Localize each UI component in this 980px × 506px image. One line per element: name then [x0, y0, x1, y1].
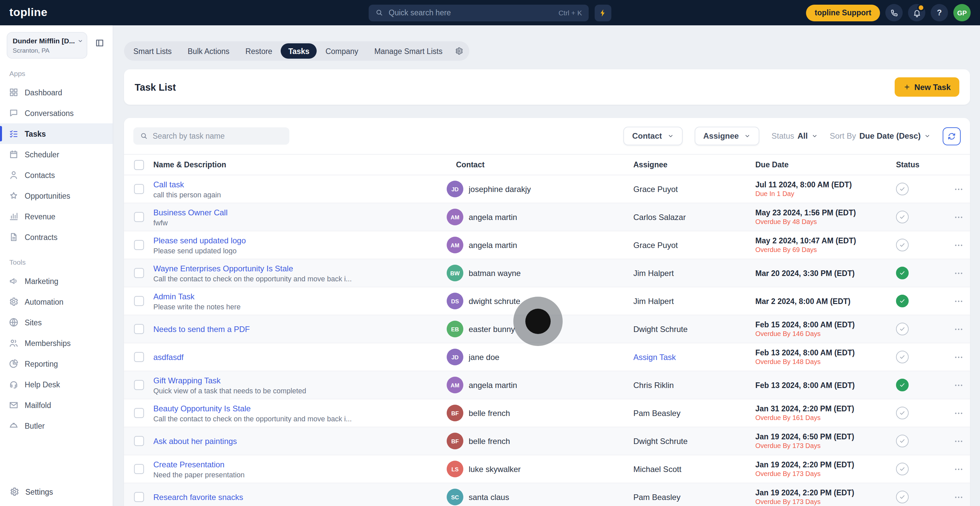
- status-check-button[interactable]: [896, 351, 908, 363]
- row-menu-button[interactable]: [952, 266, 965, 280]
- row-menu-button[interactable]: [952, 182, 965, 196]
- notifications-button[interactable]: [908, 4, 925, 21]
- task-name-link[interactable]: Research favorite snacks: [153, 492, 435, 502]
- dots-icon: [953, 324, 964, 334]
- row-checkbox[interactable]: [134, 268, 144, 278]
- support-button[interactable]: topline Support: [806, 4, 880, 21]
- status-check-button[interactable]: [896, 267, 908, 279]
- tab-smart-lists[interactable]: Smart Lists: [126, 43, 179, 59]
- sort-dropdown[interactable]: Sort By Due Date (Desc): [830, 131, 931, 141]
- row-menu-button[interactable]: [952, 322, 965, 336]
- sidebar-item-opportunities[interactable]: Opportunities: [0, 185, 113, 206]
- sidebar-item-contacts[interactable]: Contacts: [0, 165, 113, 185]
- tab-manage-smart-lists[interactable]: Manage Smart Lists: [367, 43, 450, 59]
- task-name-link[interactable]: Admin Task: [153, 292, 435, 301]
- task-name-link[interactable]: Needs to send them a PDF: [153, 324, 435, 334]
- row-checkbox[interactable]: [134, 296, 144, 306]
- sidebar-item-settings[interactable]: Settings: [0, 480, 113, 506]
- tab-settings-button[interactable]: [451, 43, 467, 59]
- panel-icon: [94, 38, 104, 48]
- sidebar-item-dashboard[interactable]: Dashboard: [0, 82, 113, 103]
- row-menu-button[interactable]: [952, 210, 965, 224]
- row-checkbox[interactable]: [134, 324, 144, 334]
- contact-filter-dropdown[interactable]: Contact: [623, 127, 682, 145]
- task-name-link[interactable]: Business Owner Call: [153, 208, 435, 217]
- quick-actions-button[interactable]: [595, 4, 611, 21]
- assignee-filter-dropdown[interactable]: Assignee: [695, 127, 760, 145]
- row-menu-button[interactable]: [952, 378, 965, 391]
- row-checkbox[interactable]: [134, 240, 144, 250]
- settings-gear-icon: [10, 487, 19, 496]
- row-menu-button[interactable]: [952, 462, 965, 476]
- global-search-input[interactable]: Quick search here Ctrl + K: [369, 4, 589, 21]
- sidebar-item-scheduler[interactable]: Scheduler: [0, 144, 113, 165]
- status-check-button[interactable]: [896, 407, 908, 419]
- row-menu-button[interactable]: [952, 350, 965, 364]
- status-check-button[interactable]: [896, 435, 908, 447]
- tab-tasks[interactable]: Tasks: [281, 43, 317, 59]
- tab-restore[interactable]: Restore: [238, 43, 280, 59]
- row-checkbox[interactable]: [134, 184, 144, 194]
- row-menu-button[interactable]: [952, 434, 965, 448]
- row-checkbox[interactable]: [134, 436, 144, 446]
- user-avatar[interactable]: GP: [953, 4, 970, 21]
- row-checkbox[interactable]: [134, 492, 144, 502]
- status-check-button[interactable]: [896, 211, 908, 223]
- status-check-button[interactable]: [896, 463, 908, 475]
- contact-name: easter bunny: [469, 324, 515, 334]
- sidebar-item-conversations[interactable]: Conversations: [0, 103, 113, 123]
- new-task-button[interactable]: New Task: [894, 77, 959, 97]
- task-name-link[interactable]: Create Presentation: [153, 460, 435, 469]
- tasks-icon: [9, 129, 19, 138]
- status-check-button[interactable]: [896, 379, 908, 391]
- row-menu-button[interactable]: [952, 294, 965, 308]
- sidebar-item-contracts[interactable]: Contracts: [0, 227, 113, 247]
- status-filter-dropdown[interactable]: Status All: [772, 131, 818, 141]
- sidebar-item-reporting[interactable]: Reporting: [0, 353, 113, 374]
- table-row: asdfasdf JD jane doe Assign Task Feb 13 …: [124, 343, 970, 371]
- row-checkbox[interactable]: [134, 212, 144, 222]
- task-name-link[interactable]: Please send updated logo: [153, 235, 435, 245]
- status-check-button[interactable]: [896, 295, 908, 307]
- task-name-link[interactable]: Call task: [153, 180, 435, 189]
- row-checkbox[interactable]: [134, 464, 144, 474]
- sidebar-item-marketing[interactable]: Marketing: [0, 271, 113, 291]
- sidebar-item-automation[interactable]: Automation: [0, 291, 113, 312]
- task-name-link[interactable]: asdfasdf: [153, 352, 435, 362]
- tab-bar: Smart Lists Bulk Actions Restore Tasks C…: [124, 41, 469, 60]
- task-search-input[interactable]: Search by task name: [133, 127, 290, 145]
- task-name-link[interactable]: Gift Wrapping Task: [153, 376, 435, 385]
- row-menu-button[interactable]: [952, 238, 965, 251]
- task-name-link[interactable]: Beauty Opportunity Is Stale: [153, 404, 435, 413]
- row-menu-button[interactable]: [952, 490, 965, 504]
- status-check-button[interactable]: [896, 239, 908, 251]
- row-checkbox[interactable]: [134, 352, 144, 362]
- help-button[interactable]: ?: [931, 4, 948, 21]
- tab-company[interactable]: Company: [318, 43, 365, 59]
- sidebar-item-tasks[interactable]: Tasks: [0, 123, 113, 144]
- sidebar-item-butler[interactable]: Butler: [0, 415, 113, 436]
- status-check-button[interactable]: [896, 183, 908, 195]
- status-check-button[interactable]: [896, 323, 908, 335]
- dots-icon: [953, 464, 964, 474]
- sidebar-item-revenue[interactable]: Revenue: [0, 206, 113, 227]
- sidebar-item-sites[interactable]: Sites: [0, 312, 113, 333]
- row-checkbox[interactable]: [134, 408, 144, 418]
- sidebar-item-help-desk[interactable]: Help Desk: [0, 374, 113, 395]
- search-icon: [375, 9, 383, 17]
- assignee-cell: Grace Puyot: [633, 185, 755, 194]
- assignee-cell[interactable]: Assign Task: [633, 352, 755, 362]
- refresh-button[interactable]: [943, 127, 961, 145]
- phone-button[interactable]: [885, 4, 903, 21]
- task-name-link[interactable]: Wayne Enterprises Opportunity Is Stale: [153, 264, 435, 273]
- status-check-button[interactable]: [896, 491, 908, 503]
- account-switcher[interactable]: Dunder Mifflin [D... Scranton, PA: [7, 32, 88, 59]
- sidebar-item-mailfold[interactable]: Mailfold: [0, 395, 113, 415]
- row-checkbox[interactable]: [134, 380, 144, 390]
- sidebar-collapse-button[interactable]: [91, 35, 107, 51]
- select-all-checkbox[interactable]: [134, 160, 144, 170]
- row-menu-button[interactable]: [952, 406, 965, 420]
- task-name-link[interactable]: Ask about her paintings: [153, 436, 435, 446]
- sidebar-item-memberships[interactable]: Memberships: [0, 333, 113, 353]
- tab-bulk-actions[interactable]: Bulk Actions: [180, 43, 237, 59]
